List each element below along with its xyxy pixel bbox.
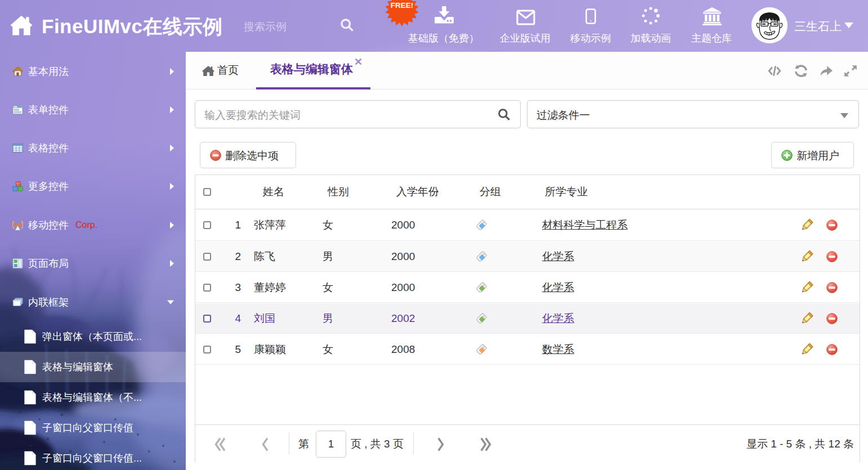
svg-text:FREE!: FREE! [391, 1, 414, 10]
